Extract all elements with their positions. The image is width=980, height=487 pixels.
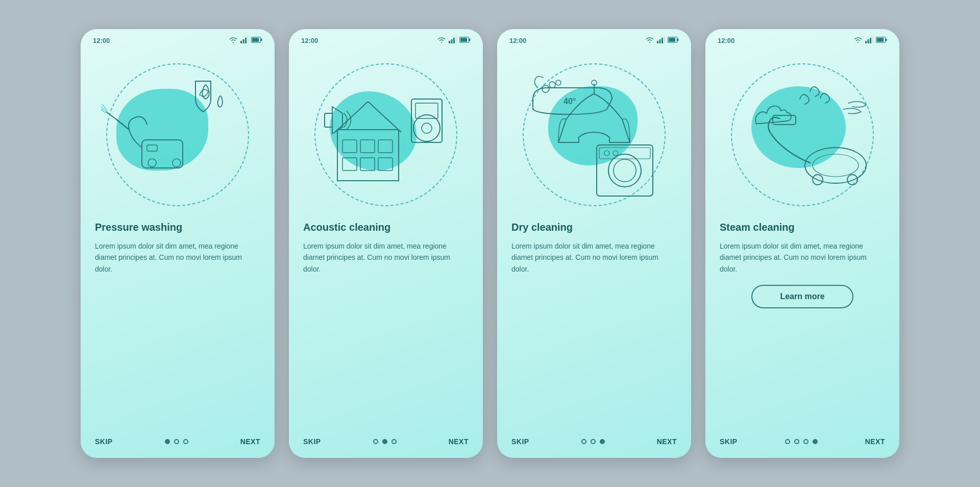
next-button-1[interactable]: NEXT [240,437,260,446]
svg-rect-14 [449,41,450,43]
svg-rect-23 [360,140,375,153]
learn-more-button[interactable]: Learn more [751,285,853,308]
time-4: 12:00 [718,37,734,44]
status-bar-4: 12:00 [705,29,899,48]
svg-rect-26 [360,158,375,171]
svg-rect-19 [469,39,471,41]
pressure-washing-svg [101,58,254,211]
nav-dots-3 [581,439,605,444]
screen-body-2: Lorem ipsum dolor sit dim amet, mea regi… [303,240,469,275]
battery-icon-3 [668,37,679,44]
battery-icon-4 [876,37,887,44]
screen-title-3: Dry cleaning [511,222,677,233]
nav-area-3: SKIP NEXT [497,428,691,458]
wifi-icon [229,36,238,45]
dot-4-1 [785,439,790,444]
screen-title-1: Pressure washing [95,222,260,233]
dot-4-2 [794,439,799,444]
time-2: 12:00 [301,37,318,44]
illustration-acoustic-cleaning [294,48,478,222]
svg-rect-54 [872,36,874,43]
wifi-icon-3 [645,36,654,45]
screen-body-1: Lorem ipsum dolor sit dim amet, mea regi… [95,240,260,275]
svg-text:40°: 40° [564,97,576,106]
svg-rect-53 [870,38,871,43]
dot-1-2 [174,439,179,444]
screen-content-1: Pressure washing Lorem ipsum dolor sit d… [81,222,275,428]
svg-rect-0 [240,41,242,43]
svg-rect-5 [261,39,262,41]
svg-rect-21 [337,130,399,181]
svg-rect-16 [453,38,455,43]
next-button-3[interactable]: NEXT [657,437,677,446]
svg-rect-27 [378,158,393,171]
dot-1-3 [183,439,188,444]
status-icons-1 [229,36,262,45]
svg-rect-36 [664,36,666,43]
screen-title-2: Acoustic cleaning [303,222,469,233]
dot-3-3 [600,439,605,444]
status-icons-2 [437,36,471,45]
svg-rect-17 [456,36,457,43]
svg-rect-41 [597,145,653,196]
svg-rect-20 [460,38,467,42]
status-bar-2: 12:00 [289,29,483,48]
skip-button-2[interactable]: SKIP [303,437,321,446]
battery-icon [251,37,262,44]
svg-point-43 [614,159,636,182]
dot-3-1 [581,439,586,444]
screen-acoustic-cleaning: 12:00 [289,29,483,458]
status-bar-3: 12:00 [497,29,691,48]
next-button-2[interactable]: NEXT [449,437,469,446]
signal-icon-4 [865,36,873,45]
svg-rect-31 [415,103,438,118]
screen-dry-cleaning: 12:00 [497,29,691,458]
acoustic-cleaning-svg [309,58,462,211]
next-button-4[interactable]: NEXT [865,437,885,446]
svg-rect-56 [886,39,887,41]
status-icons-3 [645,36,679,45]
screen-body-3: Lorem ipsum dolor sit dim amet, mea regi… [511,240,677,275]
skip-button-1[interactable]: SKIP [95,437,113,446]
signal-icon-3 [657,36,665,45]
svg-rect-44 [599,148,650,159]
time-3: 12:00 [509,37,526,44]
nav-area-4: SKIP NEXT [705,428,899,458]
dot-1-1 [165,439,170,444]
screen-title-4: Steam cleaning [720,222,885,233]
dot-4-3 [803,439,808,444]
screen-content-4: Steam cleaning Lorem ipsum dolor sit dim… [705,222,899,428]
svg-rect-6 [252,38,259,42]
skip-button-4[interactable]: SKIP [720,437,738,446]
steam-cleaning-svg [726,58,879,211]
svg-point-29 [413,115,440,141]
battery-icon-2 [459,37,471,44]
nav-area-1: SKIP NEXT [81,428,275,458]
illustration-pressure-washing [86,48,270,222]
nav-area-2: SKIP NEXT [289,428,483,458]
svg-rect-57 [877,38,884,42]
dot-4-4 [813,439,818,444]
svg-rect-32 [325,113,332,127]
nav-dots-2 [373,439,397,444]
screen-content-3: Dry cleaning Lorem ipsum dolor sit dim a… [497,222,691,428]
svg-rect-51 [865,41,867,43]
svg-point-45 [604,151,609,156]
dry-cleaning-svg: 40° [518,58,671,211]
svg-point-46 [613,151,618,156]
nav-dots-4 [785,439,818,444]
wifi-icon-4 [853,36,863,45]
svg-rect-35 [662,38,663,43]
svg-point-48 [542,85,549,92]
skip-button-3[interactable]: SKIP [511,437,529,446]
screens-container: 12:00 [65,14,915,473]
svg-rect-24 [378,140,393,153]
svg-rect-2 [245,38,247,43]
svg-rect-8 [147,145,157,151]
screen-steam-cleaning: 12:00 [705,29,899,458]
svg-point-30 [422,123,432,133]
svg-rect-22 [342,140,357,153]
svg-rect-34 [659,39,661,43]
status-icons-4 [853,36,887,45]
dot-2-3 [391,439,397,444]
